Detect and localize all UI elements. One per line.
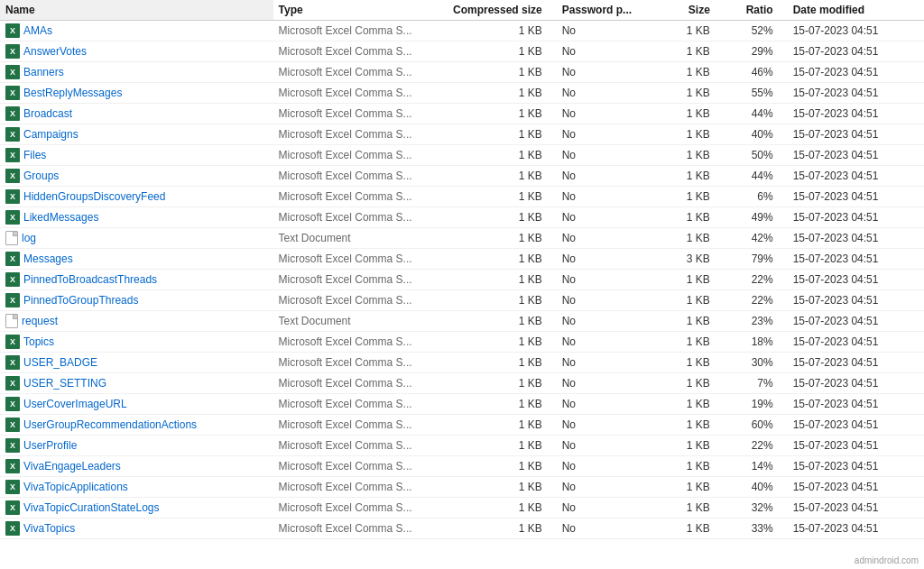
table-row[interactable]: UserProfileMicrosoft Excel Comma S...1 K… (0, 436, 924, 456)
table-row[interactable]: AnswerVotesMicrosoft Excel Comma S...1 K… (0, 41, 924, 62)
table-row[interactable]: LikedMessagesMicrosoft Excel Comma S...1… (0, 207, 924, 228)
cell-ratio: 60% (725, 415, 788, 436)
cell-date: 15-07-2023 04:51 (788, 373, 924, 394)
file-name-link[interactable]: log (22, 232, 36, 244)
table-row[interactable]: VivaTopicsMicrosoft Excel Comma S...1 KB… (0, 519, 924, 539)
cell-type: Microsoft Excel Comma S... (273, 332, 447, 353)
cell-password: No (557, 124, 641, 145)
table-row[interactable]: HiddenGroupsDiscoveryFeedMicrosoft Excel… (0, 187, 924, 207)
file-name-link[interactable]: Campaigns (23, 128, 79, 141)
excel-icon (5, 397, 20, 411)
file-name-link[interactable]: VivaTopics (23, 522, 75, 535)
table-row[interactable]: BroadcastMicrosoft Excel Comma S...1 KBN… (0, 104, 924, 124)
file-name-link[interactable]: VivaTopicApplications (23, 481, 128, 493)
cell-ratio: 6% (725, 187, 788, 207)
file-name-link[interactable]: Topics (23, 335, 54, 348)
col-header-ratio[interactable]: Ratio (725, 0, 788, 21)
table-row[interactable]: VivaEngageLeadersMicrosoft Excel Comma S… (0, 456, 924, 477)
cell-name: PinnedToBroadcastThreads (0, 270, 273, 290)
file-name-link[interactable]: Broadcast (23, 107, 72, 120)
cell-date: 15-07-2023 04:51 (788, 332, 924, 353)
table-row[interactable]: GroupsMicrosoft Excel Comma S...1 KBNo1 … (0, 166, 924, 187)
table-row[interactable]: USER_SETTINGMicrosoft Excel Comma S...1 … (0, 373, 924, 394)
cell-name: Banners (0, 62, 273, 83)
table-row[interactable]: USER_BADGEMicrosoft Excel Comma S...1 KB… (0, 353, 924, 373)
excel-icon (5, 44, 20, 59)
col-header-size[interactable]: Size (641, 0, 725, 21)
table-row[interactable]: AMAsMicrosoft Excel Comma S...1 KBNo1 KB… (0, 21, 924, 41)
cell-size: 1 KB (641, 456, 725, 477)
file-name-link[interactable]: AnswerVotes (23, 45, 87, 58)
excel-icon (5, 438, 20, 453)
cell-password: No (557, 394, 641, 415)
cell-date: 15-07-2023 04:51 (788, 41, 924, 62)
cell-type: Text Document (273, 228, 447, 249)
file-name-link[interactable]: VivaTopicCurationStateLogs (23, 501, 160, 514)
col-header-date[interactable]: Date modified (788, 0, 924, 21)
table-row[interactable]: FilesMicrosoft Excel Comma S...1 KBNo1 K… (0, 145, 924, 166)
cell-type: Text Document (273, 311, 447, 332)
file-name-link[interactable]: Files (23, 149, 46, 161)
cell-password: No (557, 290, 641, 311)
file-name-link[interactable]: Banners (23, 66, 64, 78)
excel-icon (5, 210, 20, 225)
file-name-link[interactable]: Messages (23, 252, 73, 265)
file-name-link[interactable]: LikedMessages (23, 211, 98, 224)
cell-ratio: 30% (725, 353, 788, 373)
cell-compressed: 1 KB (447, 456, 557, 477)
cell-type: Microsoft Excel Comma S... (273, 290, 447, 311)
file-name-link[interactable]: UserGroupRecommendationActions (23, 418, 197, 431)
cell-size: 1 KB (641, 62, 725, 83)
file-name-link[interactable]: BestReplyMessages (23, 87, 122, 99)
cell-compressed: 1 KB (447, 145, 557, 166)
table-row[interactable]: PinnedToGroupThreadsMicrosoft Excel Comm… (0, 290, 924, 311)
cell-compressed: 1 KB (447, 249, 557, 270)
excel-icon (5, 355, 20, 370)
file-name-link[interactable]: AMAs (23, 24, 52, 37)
col-header-type[interactable]: Type (273, 0, 447, 21)
table-row[interactable]: PinnedToBroadcastThreadsMicrosoft Excel … (0, 270, 924, 290)
cell-name: Files (0, 145, 273, 166)
file-name-link[interactable]: request (22, 315, 58, 327)
cell-date: 15-07-2023 04:51 (788, 436, 924, 456)
col-header-compressed[interactable]: Compressed size (447, 0, 557, 21)
cell-type: Microsoft Excel Comma S... (273, 394, 447, 415)
cell-type: Microsoft Excel Comma S... (273, 415, 447, 436)
cell-size: 1 KB (641, 415, 725, 436)
col-header-password[interactable]: Password p... (557, 0, 641, 21)
file-list-container: Name Type Compressed size Password p... … (0, 0, 924, 569)
cell-compressed: 1 KB (447, 21, 557, 41)
table-row[interactable]: UserCoverImageURLMicrosoft Excel Comma S… (0, 394, 924, 415)
file-name-link[interactable]: HiddenGroupsDiscoveryFeed (23, 190, 165, 203)
file-name-link[interactable]: USER_SETTING (23, 377, 106, 390)
table-row[interactable]: CampaignsMicrosoft Excel Comma S...1 KBN… (0, 124, 924, 145)
cell-size: 1 KB (641, 187, 725, 207)
cell-size: 1 KB (641, 83, 725, 104)
file-name-link[interactable]: USER_BADGE (23, 356, 97, 369)
file-name-link[interactable]: Groups (23, 170, 59, 182)
cell-type: Microsoft Excel Comma S... (273, 21, 447, 41)
file-name-link[interactable]: PinnedToBroadcastThreads (23, 273, 157, 286)
table-row[interactable]: MessagesMicrosoft Excel Comma S...1 KBNo… (0, 249, 924, 270)
col-header-name[interactable]: Name (0, 0, 273, 21)
table-row[interactable]: logText Document1 KBNo1 KB42%15-07-2023 … (0, 228, 924, 249)
table-row[interactable]: BannersMicrosoft Excel Comma S...1 KBNo1… (0, 62, 924, 83)
cell-date: 15-07-2023 04:51 (788, 498, 924, 519)
table-row[interactable]: requestText Document1 KBNo1 KB23%15-07-2… (0, 311, 924, 332)
file-name-link[interactable]: PinnedToGroupThreads (23, 294, 138, 307)
excel-icon (5, 169, 20, 183)
table-row[interactable]: BestReplyMessagesMicrosoft Excel Comma S… (0, 83, 924, 104)
cell-date: 15-07-2023 04:51 (788, 270, 924, 290)
cell-type: Microsoft Excel Comma S... (273, 41, 447, 62)
table-row[interactable]: VivaTopicCurationStateLogsMicrosoft Exce… (0, 498, 924, 519)
file-name-link[interactable]: UserProfile (23, 439, 77, 452)
table-row[interactable]: TopicsMicrosoft Excel Comma S...1 KBNo1 … (0, 332, 924, 353)
cell-compressed: 1 KB (447, 228, 557, 249)
cell-ratio: 55% (725, 83, 788, 104)
cell-type: Microsoft Excel Comma S... (273, 519, 447, 539)
cell-name: UserProfile (0, 436, 273, 456)
file-name-link[interactable]: VivaEngageLeaders (23, 460, 121, 473)
file-name-link[interactable]: UserCoverImageURL (23, 398, 127, 410)
table-row[interactable]: UserGroupRecommendationActionsMicrosoft … (0, 415, 924, 436)
table-row[interactable]: VivaTopicApplicationsMicrosoft Excel Com… (0, 477, 924, 498)
